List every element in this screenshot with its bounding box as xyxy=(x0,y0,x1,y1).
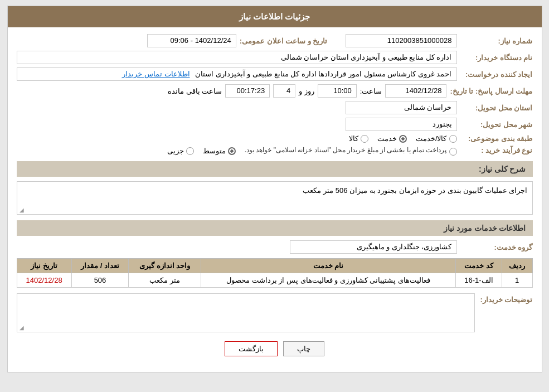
services-table: ردیف کد خدمت نام خدمت واحد اندازه گیری ت… xyxy=(17,258,533,288)
contact-link[interactable]: اطلاعات تماس خریدار xyxy=(122,70,190,78)
purchase-type-radio-group: پرداخت تمام یا بخشی از مبلغ خریدار محل "… xyxy=(167,146,457,156)
radio-khedmat xyxy=(399,135,407,143)
cell-qty: 506 xyxy=(71,273,129,288)
service-group-value: کشاورزی، جنگلداری و ماهیگیری xyxy=(290,240,457,254)
col-header-code: کد خدمت xyxy=(456,259,502,273)
category-option-khedmat[interactable]: خدمت xyxy=(377,134,407,143)
public-announce-label: تاریخ و ساعت اعلان عمومی: xyxy=(240,37,328,45)
radio-note xyxy=(449,148,457,156)
description-box: اجرای عملیات گابیون بندی در حوزه ابزمان … xyxy=(17,181,533,215)
remaining-label: ساعت باقی مانده xyxy=(168,85,222,97)
deadline-time-label: ساعت: xyxy=(360,85,382,97)
deadline-days: 4 xyxy=(273,84,295,98)
col-header-date: تاریخ نیاز xyxy=(17,259,71,273)
col-header-name: نام خدمت xyxy=(201,259,456,273)
resize-handle[interactable]: ◢ xyxy=(20,207,24,213)
province-value: خراسان شمالی xyxy=(346,101,457,114)
deadline-label: مهلت ارسال پاسخ: تا تاریخ: xyxy=(450,87,532,95)
deadline-date: 1402/12/28 xyxy=(385,84,446,98)
page-title: جزئیات اطلاعات نیاز xyxy=(8,6,542,27)
purchase-type-label: نوع فرآیند خرید : xyxy=(460,146,533,154)
radio-kala-khedmat xyxy=(449,135,457,143)
creator-value: احمد غروی کارشناس مسئول امور قراردادها ا… xyxy=(17,67,457,81)
purchase-type-option-medium[interactable]: متوسط xyxy=(203,147,236,155)
category-option-kala[interactable]: کالا xyxy=(349,134,368,143)
back-button[interactable]: بازگشت xyxy=(225,341,278,356)
cell-code: الف-1-16 xyxy=(456,273,502,288)
col-header-unit: واحد اندازه گیری xyxy=(129,259,201,273)
cell-name: فعالیت‌های پشتیبانی کشاورزی و فعالیت‌های… xyxy=(201,273,456,288)
category-radio-group: کالا/خدمت خدمت کالا xyxy=(349,134,457,143)
need-number-label: شماره نیاز: xyxy=(460,37,533,45)
buyer-org-value: اداره کل منابع طبیعی و آبخیزداری استان خ… xyxy=(17,51,457,64)
buyer-notes-label: توضیحات خریدار: xyxy=(480,293,533,304)
creator-label: ایجاد کننده درخواست: xyxy=(460,70,533,79)
category-option-kala-khedmat[interactable]: کالا/خدمت xyxy=(416,134,457,143)
description-section-header: شرح کلی نیاز: xyxy=(17,161,533,177)
table-row: 1 الف-1-16 فعالیت‌های پشتیبانی کشاورزی و… xyxy=(17,273,532,288)
province-label: استان محل تحویل: xyxy=(460,104,533,112)
radio-partial xyxy=(186,147,194,155)
category-label: طبقه بندی موضوعی: xyxy=(460,134,533,143)
service-group-label: گروه خدمت: xyxy=(460,243,533,251)
col-header-row: ردیف xyxy=(502,259,532,273)
deadline-days-label: روز و xyxy=(299,85,314,97)
remaining-time: 00:17:23 xyxy=(225,84,270,98)
cell-date: 1402/12/28 xyxy=(17,273,71,288)
radio-kala xyxy=(361,135,368,143)
col-header-qty: تعداد / مقدار xyxy=(71,259,129,273)
buyer-notes-box: ◢ xyxy=(17,293,475,332)
deadline-time: 10:00 xyxy=(318,84,357,98)
city-value: بجنورد xyxy=(346,118,457,131)
need-number-value: 1102003851000028 xyxy=(346,34,457,47)
footer-buttons: چاپ بازگشت xyxy=(17,341,533,356)
cell-unit: متر مکعب xyxy=(129,273,201,288)
public-announce-value: 1402/12/24 - 09:06 xyxy=(147,34,236,47)
radio-medium xyxy=(228,147,236,155)
notes-resize-handle[interactable]: ◢ xyxy=(20,325,24,331)
purchase-type-option-partial[interactable]: جزیی xyxy=(167,147,194,155)
city-label: شهر محل تحویل: xyxy=(460,120,533,129)
services-section-header: اطلاعات خدمات مورد نیاز xyxy=(17,220,533,236)
buyer-org-label: نام دستگاه خریدار: xyxy=(460,54,533,62)
cell-row: 1 xyxy=(502,273,532,288)
print-button[interactable]: چاپ xyxy=(283,341,324,356)
purchase-type-option-note[interactable]: پرداخت تمام یا بخشی از مبلغ خریدار محل "… xyxy=(245,146,457,156)
